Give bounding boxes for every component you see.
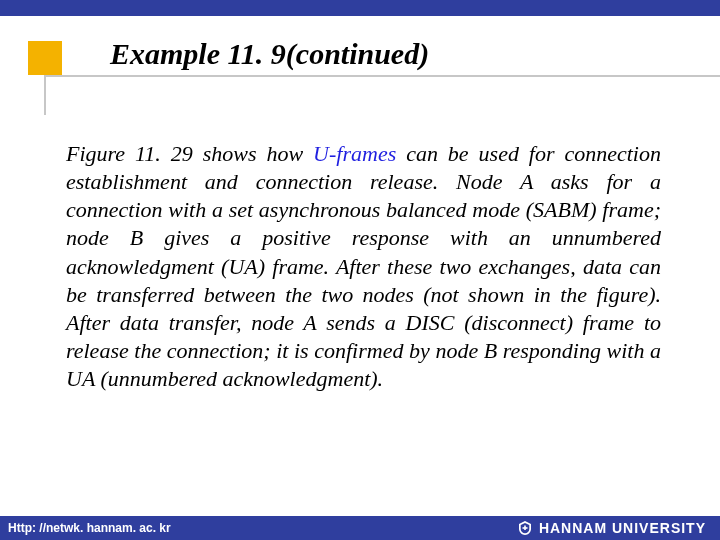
title-rule-horizontal [44, 75, 720, 77]
body-paragraph: Figure 11. 29 shows how U-frames can be … [66, 140, 661, 393]
footer-branding: HANNAM UNIVERSITY [517, 520, 706, 536]
slide: Example 11. 9(continued) Figure 11. 29 s… [0, 0, 720, 540]
body-text-pre: Figure 11. 29 shows how [66, 141, 313, 166]
svg-rect-1 [522, 527, 527, 529]
slide-title: Example 11. 9(continued) [110, 37, 429, 71]
body-text-post: can be used for connection establishment… [66, 141, 661, 391]
title-bullet-square [28, 41, 62, 75]
university-logo-icon [517, 520, 533, 536]
body-text-block: Figure 11. 29 shows how U-frames can be … [66, 140, 661, 393]
body-keyword: U-frames [313, 141, 396, 166]
title-block: Example 11. 9(continued) [0, 25, 720, 95]
footer-university-name: HANNAM UNIVERSITY [539, 520, 706, 536]
top-accent-bar [0, 0, 720, 16]
footer-bar: Http: //netwk. hannam. ac. kr HANNAM UNI… [0, 516, 720, 540]
footer-url: Http: //netwk. hannam. ac. kr [8, 521, 171, 535]
